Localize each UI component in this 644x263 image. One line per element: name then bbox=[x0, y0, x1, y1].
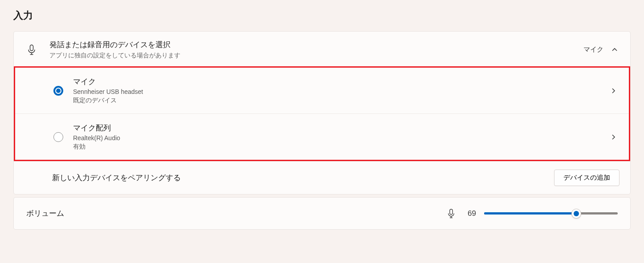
choose-input-device-subtitle: アプリに独自の設定をしている場合があります bbox=[49, 52, 583, 60]
chevron-right-icon[interactable] bbox=[610, 134, 616, 140]
input-device-card: 発話または録音用のデバイスを選択 アプリに独自の設定をしている場合があります マ… bbox=[13, 31, 631, 194]
choose-input-device-text: 発話または録音用のデバイスを選択 アプリに独自の設定をしている場合があります bbox=[49, 40, 583, 60]
pair-new-input-device-label: 新しい入力デバイスをペアリングする bbox=[52, 173, 554, 183]
choose-input-device-header[interactable]: 発話または録音用のデバイスを選択 アプリに独自の設定をしている場合があります マ… bbox=[14, 32, 630, 68]
chevron-up-icon[interactable] bbox=[611, 47, 618, 53]
volume-value: 69 bbox=[464, 209, 476, 218]
device-status: 有効 bbox=[73, 143, 610, 151]
device-title: マイク配列 bbox=[73, 123, 610, 133]
svg-rect-3 bbox=[450, 209, 452, 214]
input-device-option-mic[interactable]: マイク Sennheiser USB headset 既定のデバイス bbox=[15, 68, 629, 113]
device-status: 既定のデバイス bbox=[73, 97, 610, 105]
pair-new-input-device-row: 新しい入力デバイスをペアリングする デバイスの追加 bbox=[14, 161, 630, 194]
section-title-input: 入力 bbox=[13, 9, 631, 22]
volume-slider[interactable] bbox=[484, 209, 618, 218]
input-device-option-mic-array[interactable]: マイク配列 Realtek(R) Audio 有効 bbox=[15, 113, 629, 160]
microphone-icon bbox=[26, 45, 37, 55]
svg-rect-0 bbox=[30, 45, 33, 51]
volume-label: ボリューム bbox=[26, 208, 447, 218]
radio-selected-icon[interactable] bbox=[53, 86, 63, 96]
device-title: マイク bbox=[73, 77, 610, 87]
choose-input-device-title: 発話または録音用のデバイスを選択 bbox=[49, 40, 583, 50]
current-input-device-label: マイク bbox=[583, 45, 603, 54]
device-subtitle: Realtek(R) Audio bbox=[73, 134, 610, 142]
radio-unselected-icon[interactable] bbox=[53, 132, 63, 142]
chevron-right-icon[interactable] bbox=[610, 88, 616, 94]
input-volume-card: ボリューム 69 bbox=[13, 197, 631, 230]
microphone-icon[interactable] bbox=[447, 209, 456, 218]
device-subtitle: Sennheiser USB headset bbox=[73, 88, 610, 95]
add-device-button[interactable]: デバイスの追加 bbox=[554, 170, 620, 186]
input-device-list: マイク Sennheiser USB headset 既定のデバイス マイク配列… bbox=[14, 66, 630, 161]
